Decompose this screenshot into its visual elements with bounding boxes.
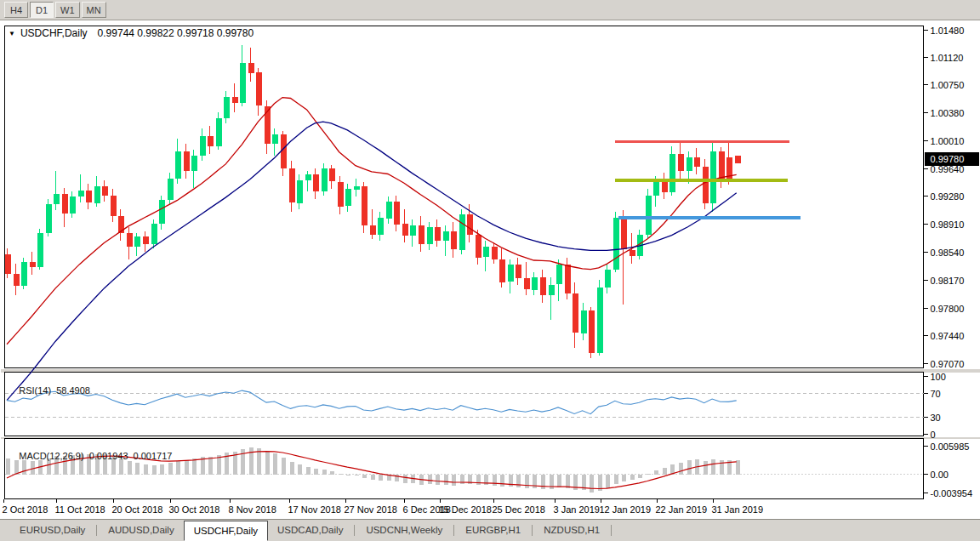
macd-bar [362, 475, 367, 478]
candle-body [508, 265, 514, 282]
rsi-indicator-label: RSI(14)58.4908 [9, 375, 90, 406]
macd-bar [670, 464, 675, 475]
candle-body [540, 277, 546, 295]
macd-bar [687, 460, 692, 475]
candle-body [516, 265, 521, 278]
date-label: 15 Dec 2018 [439, 504, 492, 515]
candle-body [710, 151, 716, 203]
candle-body [467, 214, 473, 235]
macd-bar [346, 475, 350, 476]
macd-bar [339, 474, 343, 475]
candle-body [492, 247, 498, 259]
price-axis-label: 1.00380 [931, 108, 965, 118]
tab-eurgbp-h1[interactable]: EURGBP,H1 [456, 521, 530, 539]
macd-bar [379, 475, 383, 481]
date-label: 3 Jan 2019 [554, 504, 600, 515]
candle-body [37, 233, 43, 267]
main-panel-frame [5, 26, 924, 368]
tab-separator [453, 525, 454, 536]
macd-bar [452, 475, 456, 486]
tab-eurusd-daily[interactable]: EURUSD,Daily [10, 521, 94, 539]
macd-bar [436, 475, 440, 485]
timeframe-button-d1[interactable]: D1 [30, 2, 54, 18]
symbol-tabbar: EURUSD,Daily AUDUSD,Daily USDCHF,Daily U… [0, 519, 980, 541]
candle-body [224, 97, 230, 118]
macd-bar [298, 464, 302, 475]
candle-body [240, 63, 246, 103]
macd-bar [638, 475, 642, 478]
candle-body [62, 194, 68, 214]
price-axis-label: 1.01120 [931, 53, 964, 63]
candle-body [256, 72, 262, 105]
candle-body [78, 191, 84, 196]
candle-body [378, 218, 384, 235]
candle-body [459, 214, 465, 250]
tab-nzdusd-h1[interactable]: NZDUSD,H1 [534, 521, 609, 539]
tab-usdcad-daily[interactable]: USDCAD,Daily [268, 521, 352, 539]
fast-ma-line [7, 98, 737, 345]
symbol-dropdown-arrow[interactable]: ▼ [9, 30, 15, 37]
macd-bar [654, 470, 658, 475]
timeframe-button-h4[interactable]: H4 [4, 2, 28, 18]
candle-body [338, 182, 344, 207]
candle-body [21, 262, 27, 286]
date-label: 11 Oct 2018 [55, 504, 105, 515]
candle-body [687, 157, 692, 171]
rsi-axis-label: 100 [931, 372, 946, 382]
macd-bar [622, 475, 626, 481]
candle-body [549, 285, 555, 295]
date-label: 8 Nov 2018 [229, 504, 276, 515]
candle-body [191, 156, 197, 171]
macd-value: 0.001943 [89, 451, 128, 461]
macd-bar [314, 469, 318, 475]
rsi-name: RSI(14) [19, 385, 51, 396]
candle-body [272, 134, 278, 144]
candle-body [630, 250, 635, 256]
date-label: 25 Dec 2018 [493, 504, 545, 515]
price-axis-label: 1.00010 [931, 136, 965, 146]
candle-body [621, 218, 627, 249]
candle-body [499, 259, 505, 282]
candle-body [127, 233, 133, 247]
date-label: 31 Jan 2019 [712, 504, 764, 515]
macd-bar [306, 467, 311, 475]
macd-bar [273, 453, 277, 475]
candle-body [646, 196, 652, 235]
price-axis-label: 0.97440 [931, 331, 965, 341]
tab-usdchf-daily[interactable]: USDCHF,Daily [184, 521, 268, 541]
candle-body [313, 174, 319, 191]
candle-body [370, 225, 376, 235]
macd-bar [241, 449, 245, 475]
candle-body [102, 186, 108, 196]
candle-body [362, 186, 368, 225]
candle-body [662, 182, 668, 192]
macd-bar [290, 462, 294, 475]
chart-symbol-label: USDCHF,Daily [20, 27, 88, 39]
slow-ma-line [7, 122, 737, 401]
tab-audusd-daily[interactable]: AUDUSD,Daily [99, 521, 183, 539]
candle-body [653, 182, 659, 196]
candle-body [151, 224, 157, 244]
tab-separator [96, 525, 97, 536]
panel-splitter[interactable] [1, 369, 980, 373]
timeframe-button-w1[interactable]: W1 [55, 2, 80, 18]
candle-body [354, 186, 360, 190]
candle-body [451, 231, 457, 249]
date-label: 27 Nov 2018 [345, 504, 397, 515]
candle-body [483, 247, 489, 257]
macd-bar [428, 475, 432, 484]
date-label: 22 Jan 2019 [656, 504, 708, 515]
macd-bar [249, 447, 254, 475]
macd-bar [185, 460, 189, 475]
macd-bar [704, 461, 708, 475]
candle-body [305, 174, 311, 180]
tab-usdcnh-weekly[interactable]: USDCNH,Weekly [356, 521, 452, 539]
candle-body [14, 274, 20, 286]
candle-body [30, 262, 36, 267]
candle-body [46, 204, 52, 233]
price-axis-label: 0.99280 [931, 191, 965, 202]
price-axis-label: 0.98910 [931, 219, 965, 230]
candle-body [565, 265, 571, 293]
timeframe-button-mn[interactable]: MN [82, 2, 106, 18]
tab-separator [354, 525, 355, 536]
